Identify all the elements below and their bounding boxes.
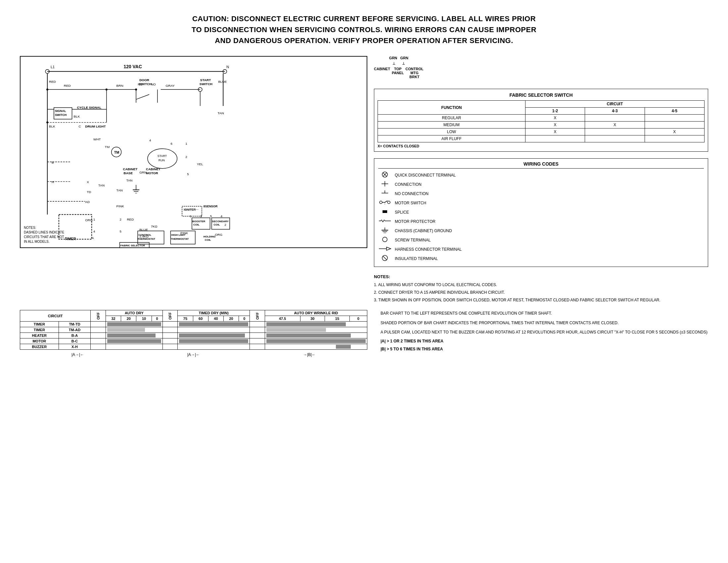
svg-text:3: 3 — [200, 214, 202, 218]
function-air-fluff: AIR FLUFF — [378, 135, 525, 142]
svg-line-105 — [136, 94, 149, 99]
wiring-codes-section: WIRING CODES QUICK DISCONNECT TERMINAL C… — [374, 158, 708, 267]
chart-note-a: |A| > 1 OR 2 TIMES IN THIS AREA — [381, 338, 708, 345]
screw-terminal-label: SCREW TERMINAL — [395, 238, 431, 242]
off-header-3: OFF — [250, 310, 265, 322]
wiring-code-motor-protector: MOTOR PROTECTOR — [378, 217, 704, 225]
svg-text:2: 2 — [224, 223, 226, 226]
svg-point-118 — [135, 88, 137, 90]
svg-text:7KΩ: 7KΩ — [151, 224, 158, 228]
no-connection-symbol — [378, 190, 391, 197]
svg-point-129 — [387, 201, 390, 204]
svg-text:WHT: WHT — [93, 137, 101, 141]
chart-notes-section: BAR CHART TO THE LEFT REPRESENTS ONE COM… — [381, 310, 708, 357]
note-3: 3. TIMER SHOWN IN OFF POSITION, DOOR SWI… — [374, 297, 708, 304]
svg-text:BRN: BRN — [116, 84, 123, 87]
off-cell — [91, 322, 106, 327]
svg-text:4: 4 — [93, 229, 95, 233]
svg-text:B: B — [52, 161, 54, 164]
svg-text:BLUE: BLUE — [218, 80, 227, 83]
bar-cell-td — [178, 322, 250, 327]
td-75: 75 — [178, 316, 193, 322]
td-0: 0 — [239, 316, 250, 322]
wr-30: 30 — [300, 316, 325, 322]
off-cell-3 — [250, 333, 265, 339]
timer-code-1: TM-TD — [59, 322, 91, 327]
function-header: FUNCTION — [378, 101, 525, 115]
table-row: AIR FLUFF — [378, 135, 705, 142]
off-cell-2 — [162, 339, 178, 344]
screw-terminal-symbol — [378, 236, 391, 244]
bar-cell-motor-wr — [265, 339, 367, 344]
bar-cell-buzzer-td — [178, 344, 250, 350]
svg-text:PINK: PINK — [180, 231, 188, 235]
wiring-code-screw-terminal: SCREW TERMINAL — [378, 236, 704, 244]
ad-0: 0 — [152, 316, 162, 322]
note-2: 2. CONNECT DRYER TO A 15 AMPERE INDIVIDU… — [374, 290, 708, 296]
circuit-medium-4-5 — [645, 121, 704, 128]
circuit-medium-4-3: X — [585, 121, 645, 128]
timer-code-2: TM-AD — [59, 327, 91, 333]
svg-text:TAN: TAN — [217, 111, 224, 115]
off-cell — [91, 333, 106, 339]
table-row: TIMER TM-TD — [20, 322, 367, 327]
svg-text:BLK: BLK — [49, 124, 55, 128]
svg-text:H: H — [52, 180, 54, 184]
motor-circuit: MOTOR — [20, 339, 59, 344]
wr-475: 47.5 — [265, 316, 300, 322]
arrow-b: →|B|← — [303, 352, 316, 357]
auto-dry-wrinkle-header: AUTO DRY WRINKLE RID — [265, 310, 367, 316]
motor-protector-label: MOTOR PROTECTOR — [395, 219, 435, 224]
ad-32: 32 — [106, 316, 121, 322]
notes-section: NOTES: 1. ALL WIRING MUST CONFORM TO LOC… — [374, 273, 708, 304]
svg-text:SIGNAL: SIGNAL — [55, 109, 66, 113]
ad-20: 20 — [121, 316, 136, 322]
auto-dry-header: AUTO DRY — [106, 310, 163, 316]
circuit-low-1-2: X — [525, 128, 585, 135]
circuit-col-header: CIRCUIT — [20, 310, 91, 322]
svg-text:BLK: BLK — [74, 115, 80, 118]
contacts-note: X= CONTACTS CLOSED — [378, 144, 705, 148]
svg-text:SWITCH: SWITCH — [139, 82, 152, 86]
bar-cell-td2 — [178, 327, 250, 333]
splice-label: SPLICE — [395, 210, 409, 214]
note-1: 1. ALL WIRING MUST CONFORM TO LOCAL ELEC… — [374, 282, 708, 288]
bar-cell-buzzer-ad — [106, 344, 163, 350]
table-row: MEDIUM X X — [378, 121, 705, 128]
off-header-2: OFF — [162, 310, 178, 322]
svg-text:HOLDING: HOLDING — [204, 235, 216, 238]
svg-text:1: 1 — [185, 142, 187, 145]
heater-circuit: HEATER — [20, 333, 59, 339]
svg-text:SWITCH: SWITCH — [200, 82, 212, 86]
heater-code: B-A — [59, 333, 91, 339]
svg-text:4: 4 — [149, 138, 151, 142]
circuit-medium-1-2: X — [525, 121, 585, 128]
svg-point-126 — [380, 201, 382, 204]
motor-protector-symbol — [378, 217, 391, 225]
off-cell-3 — [250, 322, 265, 327]
svg-text:X: X — [87, 180, 89, 184]
svg-text:CYCLE SIGNAL: CYCLE SIGNAL — [77, 106, 101, 109]
wiring-code-harness-connector: HARNESS CONNECTOR TERMINAL — [378, 245, 704, 253]
svg-text:120 VAC: 120 VAC — [124, 64, 142, 69]
off-cell-2 — [162, 327, 178, 333]
off-cell-3 — [250, 339, 265, 344]
wiring-codes-title: WIRING CODES — [378, 161, 704, 168]
fabric-selector-table: FUNCTION CIRCUIT 1-2 4-3 4-5 REGULAR X — [378, 100, 705, 142]
svg-line-142 — [383, 256, 387, 260]
bar-cell-motor-td — [178, 339, 250, 344]
circuit-4-3: 4-3 — [585, 108, 645, 115]
off-cell-2 — [162, 322, 178, 327]
svg-text:START: START — [158, 154, 167, 158]
svg-text:SWITCH: SWITCH — [55, 113, 67, 117]
connection-symbol — [378, 180, 391, 188]
off-cell — [91, 339, 106, 344]
table-row: LOW X X — [378, 128, 705, 135]
off-cell-3 — [250, 344, 265, 350]
off-header: OFF — [91, 310, 106, 322]
td-60: 60 — [193, 316, 208, 322]
svg-text:MOTOR: MOTOR — [146, 171, 158, 175]
svg-text:A: A — [92, 236, 94, 240]
bar-cell-heater-wr — [265, 333, 367, 339]
svg-text:2: 2 — [185, 155, 187, 159]
